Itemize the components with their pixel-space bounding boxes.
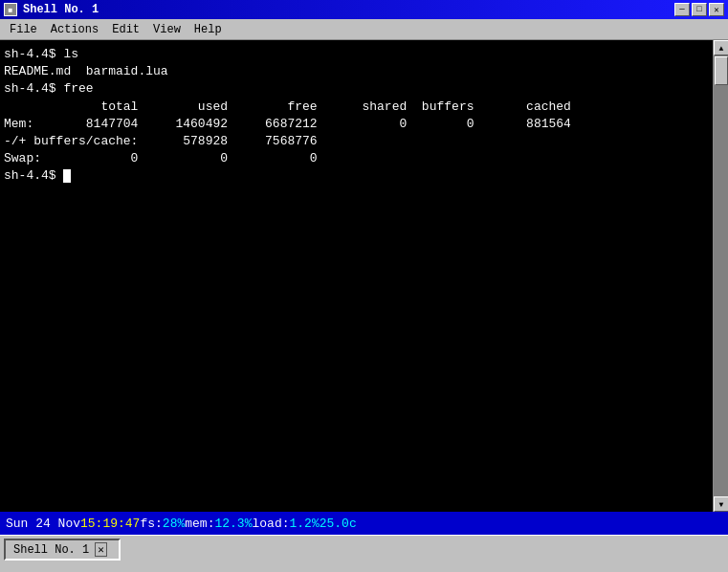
status-fs-label: fs: <box>140 517 162 531</box>
status-mem-value: 12.3% <box>214 517 252 531</box>
status-load-label: load: <box>252 517 289 531</box>
cursor <box>63 169 71 183</box>
status-fs-value: 28% <box>163 517 185 531</box>
scrollbar-down-button[interactable]: ▼ <box>714 496 728 512</box>
menu-edit[interactable]: Edit <box>106 21 145 38</box>
scrollbar[interactable]: ▲ ▼ <box>713 40 728 512</box>
taskbar: Shell No. 1 ✕ <box>0 535 728 563</box>
menu-bar: File Actions Edit View Help <box>0 19 728 40</box>
menu-help[interactable]: Help <box>188 21 228 38</box>
status-temp: 25.0c <box>320 517 357 531</box>
menu-actions[interactable]: Actions <box>45 21 104 38</box>
menu-view[interactable]: View <box>147 21 187 38</box>
status-bar: Sun 24 Nov 15:19:47 fs: 28% mem: 12.3% l… <box>0 512 728 535</box>
scrollbar-track[interactable] <box>714 55 728 496</box>
scrollbar-up-button[interactable]: ▲ <box>714 40 728 55</box>
menu-file[interactable]: File <box>4 21 43 38</box>
title-controls: ─ □ ✕ <box>674 3 724 16</box>
status-time: 15:19:47 <box>80 517 140 531</box>
taskbar-label: Shell No. 1 <box>13 543 89 557</box>
minimize-button[interactable]: ─ <box>674 3 690 16</box>
maximize-button[interactable]: □ <box>692 3 707 16</box>
terminal-wrapper: sh-4.4$ ls README.md barmaid.lua sh-4.4$… <box>0 40 728 512</box>
status-load-value: 1.2% <box>290 517 320 531</box>
terminal-output: sh-4.4$ ls README.md barmaid.lua sh-4.4$… <box>4 46 709 186</box>
scrollbar-thumb[interactable] <box>715 56 728 85</box>
status-date: Sun 24 Nov <box>6 517 80 531</box>
status-mem-label: mem: <box>185 517 214 531</box>
title-bar-left: ■ Shell No. 1 <box>4 3 99 16</box>
terminal[interactable]: sh-4.4$ ls README.md barmaid.lua sh-4.4$… <box>0 40 713 512</box>
taskbar-close-button[interactable]: ✕ <box>95 542 107 557</box>
taskbar-item-shell[interactable]: Shell No. 1 ✕ <box>4 539 121 561</box>
app-icon: ■ <box>4 3 17 16</box>
close-button[interactable]: ✕ <box>709 3 724 16</box>
title-bar: ■ Shell No. 1 ─ □ ✕ <box>0 0 728 19</box>
window-title: Shell No. 1 <box>23 3 99 16</box>
